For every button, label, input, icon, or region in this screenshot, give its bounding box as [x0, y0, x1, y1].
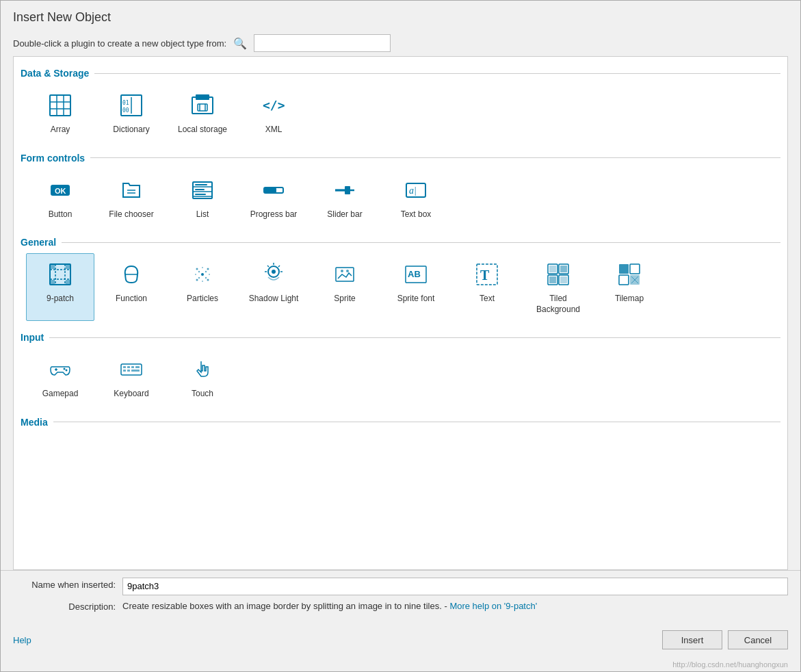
button-label: Button — [49, 209, 73, 220]
touch-label: Touch — [192, 389, 213, 400]
plugin-keyboard[interactable]: Keyboard — [97, 348, 166, 406]
svg-point-48 — [202, 267, 203, 268]
local-storage-label: Local storage — [178, 125, 227, 135]
svg-point-86 — [64, 368, 66, 370]
plugin-function[interactable]: Function — [97, 253, 166, 321]
slider-bar-label: Slider bar — [327, 209, 362, 220]
instruction-label: Double-click a plugin to create a new ob… — [13, 38, 226, 49]
plugin-shadow-light[interactable]: Shadow Light — [239, 253, 308, 321]
plugin-text[interactable]: T Text — [453, 253, 521, 321]
sprite-label: Sprite — [334, 294, 355, 305]
section-general: General — [21, 237, 780, 248]
svg-rect-91 — [131, 366, 134, 368]
svg-point-50 — [209, 274, 210, 275]
shadow-light-label: Shadow Light — [249, 294, 299, 305]
plugin-tilemap[interactable]: Tilemap — [595, 253, 664, 321]
plugin-tiled-background[interactable]: Tiled Background — [524, 253, 592, 321]
svg-point-64 — [341, 270, 343, 272]
description-row: Description: Create resizable boxes with… — [13, 599, 788, 613]
plugin-dictionary[interactable]: 01 00 Dictionary — [97, 84, 166, 142]
svg-rect-94 — [127, 370, 130, 372]
xml-label: XML — [265, 125, 283, 135]
name-label: Name when inserted: — [13, 578, 122, 590]
section-form-controls: Form controls — [21, 153, 780, 164]
svg-rect-40 — [51, 280, 55, 284]
svg-rect-25 — [195, 194, 206, 195]
plugin-9patch[interactable]: 9-patch — [26, 253, 94, 321]
svg-rect-92 — [135, 366, 140, 368]
plugin-file-chooser[interactable]: File chooser — [97, 169, 166, 227]
dialog-title: Insert New Object — [1, 1, 800, 30]
plugin-touch[interactable]: Touch — [168, 348, 237, 406]
svg-point-54 — [198, 277, 200, 279]
plugin-xml[interactable]: </> XML — [239, 84, 308, 142]
tilemap-label: Tilemap — [615, 294, 644, 305]
svg-text:T: T — [480, 268, 490, 283]
svg-text:a|: a| — [409, 185, 417, 196]
plugin-local-storage[interactable]: Local storage — [168, 84, 237, 142]
plugin-progress-bar[interactable]: Progress bar — [239, 169, 308, 227]
plugin-sprite-font[interactable]: AB Sprite font — [382, 253, 450, 321]
9patch-label: 9-patch — [47, 294, 74, 305]
svg-rect-93 — [123, 370, 126, 372]
svg-rect-89 — [123, 366, 126, 368]
name-input[interactable] — [122, 578, 788, 595]
svg-rect-29 — [345, 186, 350, 194]
progress-bar-icon — [259, 175, 289, 205]
footer: Help Insert Cancel — [1, 623, 800, 659]
particles-label: Particles — [187, 294, 218, 305]
svg-text:OK: OK — [55, 187, 66, 195]
insert-new-object-dialog: Insert New Object Double-click a plugin … — [0, 0, 801, 672]
list-label: List — [196, 209, 209, 220]
plugin-button[interactable]: OK Button — [26, 169, 94, 227]
svg-rect-79 — [630, 264, 640, 274]
toolbar: Double-click a plugin to create a new ob… — [1, 30, 800, 56]
svg-point-49 — [195, 274, 196, 275]
svg-rect-0 — [50, 95, 70, 116]
function-label: Function — [116, 294, 147, 305]
plugin-text-box[interactable]: a| Text box — [382, 169, 450, 227]
keyboard-label: Keyboard — [114, 389, 148, 400]
local-storage-icon — [187, 90, 218, 120]
svg-point-51 — [202, 281, 203, 282]
touch-icon — [187, 354, 218, 385]
svg-point-47 — [207, 279, 209, 281]
footer-buttons: Insert Cancel — [662, 630, 788, 649]
cancel-button[interactable]: Cancel — [728, 630, 788, 649]
file-chooser-label: File chooser — [109, 209, 153, 220]
svg-text:00: 00 — [122, 107, 129, 114]
svg-point-87 — [66, 370, 68, 372]
search-icon[interactable]: 🔍 — [233, 37, 247, 50]
svg-text:AB: AB — [408, 269, 421, 279]
more-help-link[interactable]: More help on '9-patch' — [449, 601, 537, 611]
array-icon — [45, 90, 75, 120]
text-icon: T — [472, 259, 502, 289]
gamepad-label: Gamepad — [42, 389, 79, 400]
insert-button[interactable]: Insert — [662, 630, 722, 649]
svg-point-45 — [207, 268, 209, 270]
sprite-font-label: Sprite font — [397, 294, 435, 305]
text-box-icon: a| — [401, 175, 431, 205]
svg-point-53 — [205, 271, 207, 272]
svg-rect-41 — [66, 280, 70, 284]
svg-rect-74 — [549, 266, 556, 272]
plugin-scroll-area[interactable]: Data & Storage Array — [13, 56, 788, 570]
plugin-gamepad[interactable]: Gamepad — [26, 348, 94, 406]
plugin-slider-bar[interactable]: Slider bar — [311, 169, 379, 227]
progress-bar-label: Progress bar — [250, 209, 298, 220]
svg-rect-24 — [195, 189, 205, 190]
keyboard-icon — [116, 354, 146, 385]
section-media: Media — [21, 417, 780, 428]
svg-rect-78 — [619, 264, 629, 274]
dictionary-label: Dictionary — [113, 125, 149, 135]
help-link[interactable]: Help — [13, 635, 31, 645]
slider-bar-icon — [330, 175, 360, 205]
function-icon — [116, 259, 146, 289]
plugin-list[interactable]: List — [168, 169, 237, 227]
plugin-array[interactable]: Array — [26, 84, 94, 142]
svg-text:</>: </> — [263, 98, 285, 112]
search-input[interactable] — [254, 34, 391, 52]
plugin-particles[interactable]: Particles — [168, 253, 237, 321]
tiled-background-label: Tiled Background — [527, 294, 589, 315]
plugin-sprite[interactable]: Sprite — [311, 253, 379, 321]
